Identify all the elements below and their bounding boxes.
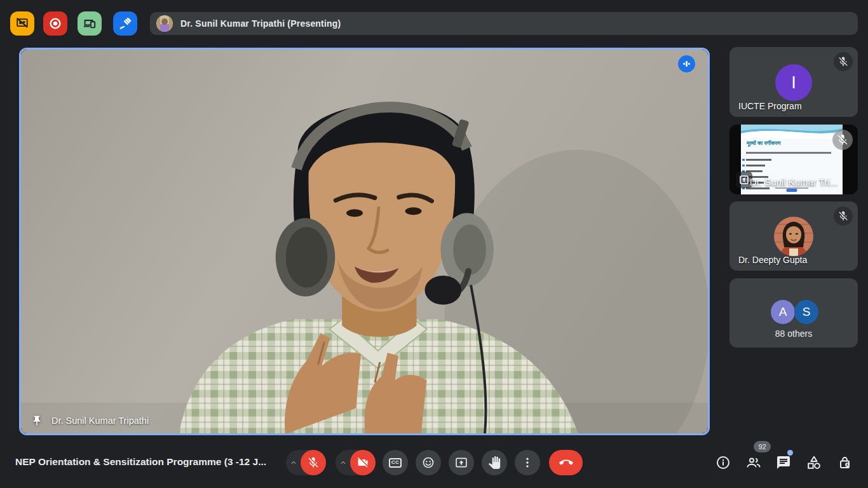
presentation-tile[interactable]: मूल्यों का वर्गीकरण Dr. Sunil Kumar Tri.…: [729, 125, 858, 194]
mic-off-icon: [837, 210, 849, 222]
slides-disabled-icon: [15, 17, 29, 30]
overflow-avatars: A S: [729, 300, 858, 325]
audio-bars-icon: [681, 58, 692, 69]
audio-level-indicator: [678, 55, 695, 72]
more-vert-icon: [521, 456, 534, 469]
main-video-tile[interactable]: Dr. Sunil Kumar Tripathi: [19, 48, 710, 435]
chat-unread-dot: [787, 450, 793, 456]
companion-mode-chip[interactable]: [78, 11, 102, 36]
participant-tile-iucte[interactable]: I IUCTE Program: [729, 47, 858, 117]
camera-options-chevron[interactable]: [336, 450, 350, 475]
mic-off-icon: [836, 133, 849, 146]
more-options-button[interactable]: [515, 450, 540, 475]
mic-off-icon: [837, 56, 849, 67]
raise-hand-button[interactable]: [482, 450, 507, 475]
participant-tile-deepty[interactable]: Dr. Deepty Gupta: [729, 201, 858, 271]
mic-muted-badge: [832, 130, 853, 150]
reactions-button[interactable]: [416, 450, 441, 475]
camera-control-group: [336, 450, 376, 475]
chevron-up-icon: [339, 458, 348, 467]
others-count-label: 88 others: [729, 329, 858, 339]
companion-mode-icon: [83, 17, 97, 30]
pin-icon: [31, 415, 43, 426]
mic-mute-button[interactable]: [301, 450, 326, 475]
present-screen-icon: [455, 456, 468, 469]
captions-button[interactable]: CC: [383, 450, 408, 475]
avatar: I: [775, 64, 812, 101]
participants-count-badge: 92: [754, 441, 771, 452]
raise-hand-icon: [488, 456, 501, 469]
presenter-banner[interactable]: Dr. Sunil Kumar Tripathi (Presenting): [150, 12, 858, 35]
avatar: S: [794, 300, 818, 324]
mic-muted-badge: [834, 52, 853, 71]
emoji-icon: [422, 456, 435, 469]
participants-button[interactable]: [746, 455, 761, 470]
whiteboard-chip[interactable]: [113, 11, 137, 36]
mic-control-group: [286, 450, 326, 475]
presenter-avatar: [156, 15, 173, 32]
present-screen-button[interactable]: [449, 450, 474, 475]
slide-title: मूल्यों का वर्गीकरण: [747, 140, 780, 147]
avatar-photo: [774, 217, 813, 256]
meeting-details-button[interactable]: [715, 455, 731, 470]
slides-disabled-chip[interactable]: [10, 11, 34, 36]
participant-name: Dr. Deepty Gupta: [738, 255, 807, 265]
call-end-icon: [559, 456, 573, 470]
chat-button[interactable]: [776, 455, 791, 470]
overflow-participants-tile[interactable]: A S 88 others: [729, 278, 858, 348]
camera-off-icon: [356, 456, 369, 469]
captions-icon: CC: [389, 458, 402, 468]
mic-off-icon: [307, 456, 320, 469]
pen-scribble-icon: [118, 17, 132, 30]
mic-muted-badge: [834, 207, 853, 226]
chevron-up-icon: [289, 458, 298, 467]
record-icon: [48, 17, 62, 30]
recording-chip[interactable]: [43, 11, 67, 36]
main-tile-name: Dr. Sunil Kumar Tripathi: [51, 416, 149, 426]
main-video-feed: [21, 50, 708, 433]
activities-button[interactable]: [806, 455, 822, 470]
slide-header-wave: [741, 125, 843, 139]
host-controls-button[interactable]: [837, 455, 853, 470]
camera-off-button[interactable]: [350, 450, 376, 475]
meeting-title: NEP Orientation & Sensitization Programm…: [15, 456, 269, 468]
presenter-banner-label: Dr. Sunil Kumar Tripathi (Presenting): [180, 18, 341, 29]
avatar-initial: I: [791, 73, 796, 93]
participant-name: IUCTE Program: [738, 101, 802, 111]
leave-call-button[interactable]: [549, 450, 583, 475]
mic-options-chevron[interactable]: [286, 450, 301, 475]
presenter-tile-name: Dr. Sunil Kumar Tri...: [729, 177, 858, 187]
avatar: A: [771, 300, 795, 324]
